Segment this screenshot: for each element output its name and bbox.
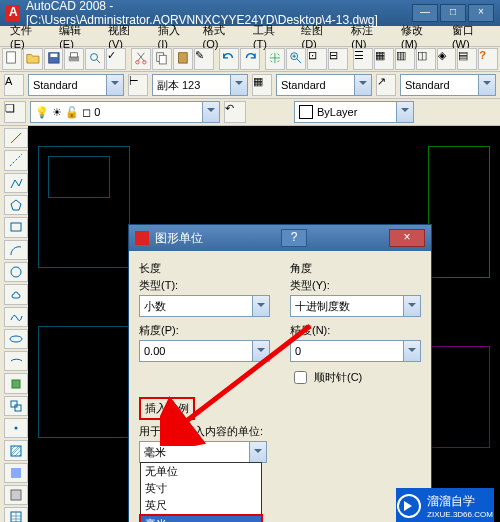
svg-rect-16 <box>11 401 17 407</box>
copy-icon[interactable] <box>152 48 172 70</box>
line-icon[interactable] <box>4 128 28 148</box>
layers-icon[interactable]: ❏ <box>4 101 26 123</box>
color-swatch <box>299 105 313 119</box>
angle-precision-combo[interactable]: 0 <box>290 340 421 362</box>
calc-icon[interactable]: ▤ <box>457 48 477 70</box>
close-button[interactable]: × <box>468 4 494 22</box>
menu-file[interactable]: 文件(E) <box>4 21 51 52</box>
match-icon[interactable]: ✎ <box>194 48 214 70</box>
menu-window[interactable]: 窗口(W) <box>446 21 496 52</box>
dimstyle-value: 副本 123 <box>157 78 200 93</box>
spline-icon[interactable] <box>4 307 28 327</box>
svg-rect-9 <box>160 55 167 64</box>
menu-draw[interactable]: 绘图(D) <box>295 21 343 52</box>
point-icon[interactable] <box>4 418 28 438</box>
insertion-scale-heading: 插入比例 <box>139 397 195 420</box>
rectangle-icon[interactable] <box>4 217 28 237</box>
length-precision-combo[interactable]: 0.00 <box>139 340 270 362</box>
angle-type-combo[interactable]: 十进制度数 <box>290 295 421 317</box>
dialog-help-button[interactable]: ? <box>281 229 307 247</box>
cut-icon[interactable] <box>131 48 151 70</box>
color-combo[interactable]: ByLayer <box>294 101 414 123</box>
sheet-icon[interactable]: ◫ <box>416 48 436 70</box>
menu-insert[interactable]: 插入(I) <box>152 21 195 52</box>
revcloud-icon[interactable] <box>4 284 28 304</box>
print-icon[interactable] <box>64 48 84 70</box>
undo-icon[interactable] <box>219 48 239 70</box>
textstyle-combo[interactable]: Standard <box>28 74 124 96</box>
insertion-scale-combo[interactable]: 毫米 无单位 英寸 英尺 毫米 厘米 米 千米 微英寸 密耳 码 <box>139 441 267 463</box>
menu-edit[interactable]: 编辑(E) <box>53 21 100 52</box>
length-type-combo[interactable]: 小数 <box>139 295 270 317</box>
clockwise-checkbox[interactable]: 顺时针(C) <box>290 368 421 387</box>
dimstyle-combo[interactable]: 副本 123 <box>152 74 248 96</box>
zoom-window-icon[interactable]: ⊡ <box>307 48 327 70</box>
menu-modify[interactable]: 修改(M) <box>395 21 444 52</box>
mleader-combo[interactable]: Standard <box>400 74 496 96</box>
polygon-icon[interactable] <box>4 195 28 215</box>
svg-rect-2 <box>50 54 57 57</box>
zoom-icon[interactable] <box>286 48 306 70</box>
watermark-url: ZIXUE.3D66.COM <box>427 510 493 519</box>
insert-block-icon[interactable] <box>4 373 28 393</box>
make-block-icon[interactable] <box>4 396 28 416</box>
zoom-prev-icon[interactable]: ⊟ <box>328 48 348 70</box>
mleader-icon[interactable]: ↗ <box>376 74 396 96</box>
dialog-close-button[interactable]: × <box>389 229 425 247</box>
tablestyle-combo[interactable]: Standard <box>276 74 372 96</box>
tablestyle-icon[interactable]: ▦ <box>252 74 272 96</box>
textstyle-icon[interactable]: A <box>4 74 24 96</box>
xline-icon[interactable] <box>4 150 28 170</box>
toolpalettes-icon[interactable]: ▥ <box>395 48 415 70</box>
dd-item-millimeters[interactable]: 毫米 <box>139 514 263 522</box>
dd-item-unitless[interactable]: 无单位 <box>141 463 261 480</box>
properties-icon[interactable]: ☰ <box>353 48 373 70</box>
menu-tools[interactable]: 工具(T) <box>247 21 294 52</box>
angle-type-label: 类型(Y): <box>290 278 421 293</box>
dialog-titlebar[interactable]: 图形单位 ? × <box>129 225 431 251</box>
dimstyle-icon[interactable]: ⊢ <box>128 74 148 96</box>
app-icon <box>6 5 20 21</box>
layer-prev-icon[interactable]: ↶ <box>224 101 246 123</box>
angle-heading: 角度 <box>290 261 421 276</box>
angle-precision-label: 精度(N): <box>290 323 421 338</box>
save-icon[interactable] <box>44 48 64 70</box>
maximize-button[interactable]: □ <box>440 4 466 22</box>
svg-point-14 <box>10 336 22 342</box>
new-icon[interactable] <box>2 48 22 70</box>
clockwise-input[interactable] <box>294 371 307 384</box>
ellipse-arc-icon[interactable] <box>4 351 28 371</box>
layer-combo[interactable]: 💡 ☀ 🔓 ◻ 0 <box>30 101 220 123</box>
gradient-icon[interactable] <box>4 463 28 483</box>
publish-icon[interactable]: ✓ <box>106 48 126 70</box>
svg-rect-10 <box>179 53 188 63</box>
layer-toolbar: ❏ 💡 ☀ 🔓 ◻ 0 ↶ ByLayer <box>0 99 500 126</box>
markup-icon[interactable]: ◈ <box>437 48 457 70</box>
preview-icon[interactable] <box>85 48 105 70</box>
pan-icon[interactable] <box>265 48 285 70</box>
dd-item-inches[interactable]: 英寸 <box>141 480 261 497</box>
paste-icon[interactable] <box>173 48 193 70</box>
redo-icon[interactable] <box>240 48 260 70</box>
minimize-button[interactable]: — <box>412 4 438 22</box>
table-icon[interactable] <box>4 507 28 522</box>
workspace: A ⏮ ◀ ▶ ⏭ 模型 布局1 布局2 图形单位 ? × <box>0 126 500 522</box>
hatch-icon[interactable] <box>4 440 28 460</box>
dd-item-feet[interactable]: 英尺 <box>141 497 261 514</box>
menu-format[interactable]: 格式(Q) <box>197 21 245 52</box>
designcenter-icon[interactable]: ▦ <box>374 48 394 70</box>
region-icon[interactable] <box>4 485 28 505</box>
menu-dimension[interactable]: 标注(N) <box>345 21 393 52</box>
ellipse-icon[interactable] <box>4 329 28 349</box>
arc-icon[interactable] <box>4 240 28 260</box>
svg-rect-0 <box>7 52 16 63</box>
help-icon[interactable]: ? <box>478 48 498 70</box>
svg-rect-21 <box>11 490 21 500</box>
open-icon[interactable] <box>23 48 43 70</box>
circle-icon[interactable] <box>4 262 28 282</box>
insertion-scale-dropdown: 无单位 英寸 英尺 毫米 厘米 米 千米 微英寸 密耳 码 埃 纳米 <box>140 462 262 522</box>
polyline-icon[interactable] <box>4 173 28 193</box>
dialog-title: 图形单位 <box>155 230 203 247</box>
svg-point-13 <box>11 267 21 277</box>
menu-view[interactable]: 视图(V) <box>102 21 149 52</box>
